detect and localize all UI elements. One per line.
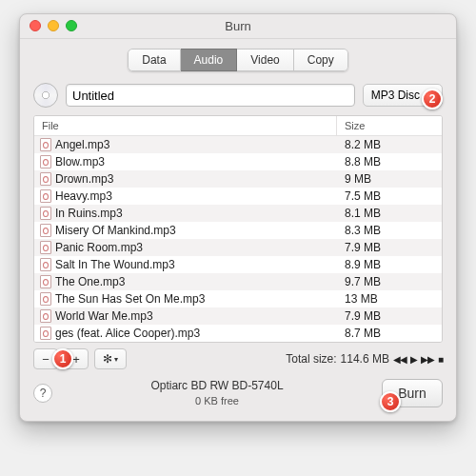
tab-copy[interactable]: Copy (294, 49, 348, 71)
audio-file-icon (40, 275, 51, 288)
audio-file-icon (40, 327, 51, 340)
audio-file-icon (40, 172, 51, 186)
help-button[interactable]: ? (33, 384, 52, 403)
file-size: 8.1 MB (337, 205, 442, 222)
file-name: Misery Of Mankind.mp3 (55, 224, 176, 237)
file-name: ges (feat. Alice Cooper).mp3 (55, 327, 200, 340)
minimize-icon[interactable] (48, 20, 59, 31)
window-controls (30, 20, 77, 31)
zoom-icon[interactable] (66, 20, 77, 31)
file-size: 8.2 MB (337, 136, 442, 153)
mode-tabs: Data Audio Video Copy (20, 39, 456, 79)
audio-file-icon (40, 241, 51, 254)
file-size: 7.9 MB (337, 307, 442, 325)
prev-button[interactable]: ◀◀ (393, 354, 407, 365)
list-header: File Size (34, 116, 442, 136)
tab-audio[interactable]: Audio (181, 49, 238, 71)
stop-button[interactable]: ■ (438, 354, 443, 365)
file-size: 13 MB (337, 290, 442, 307)
table-row[interactable]: Blow.mp38.8 MB (34, 153, 442, 170)
audio-file-icon (40, 224, 51, 237)
table-row[interactable]: Angel.mp38.2 MB (34, 136, 442, 153)
file-size: 7.9 MB (337, 239, 442, 256)
file-list: File Size Angel.mp38.2 MBBlow.mp38.8 MBD… (33, 115, 443, 343)
table-row[interactable]: The One.mp39.7 MB (34, 273, 442, 290)
audio-file-icon (40, 207, 51, 220)
file-name: The Sun Has Set On Me.mp3 (55, 292, 205, 306)
file-size: 7.5 MB (337, 188, 442, 205)
file-size: 8.8 MB (337, 153, 442, 170)
file-name: Salt In The Wound.mp3 (55, 258, 175, 271)
audio-file-icon (40, 189, 51, 203)
table-row[interactable]: The Sun Has Set On Me.mp313 MB (34, 290, 442, 307)
file-name: In Ruins.mp3 (55, 207, 123, 220)
table-row[interactable]: Heavy.mp37.5 MB (34, 188, 442, 205)
file-size: 9.7 MB (337, 273, 442, 290)
callout-3: 3 (380, 391, 401, 412)
titlebar: Burn (20, 14, 456, 39)
file-size: 8.3 MB (337, 222, 442, 239)
table-row[interactable]: Drown.mp39 MB (34, 170, 442, 188)
drive-free: 0 KB free (52, 394, 382, 407)
file-name: Blow.mp3 (55, 155, 105, 169)
file-name: Heavy.mp3 (55, 189, 112, 203)
table-row[interactable]: Misery Of Mankind.mp38.3 MB (34, 222, 442, 239)
file-size: 8.9 MB (337, 256, 442, 273)
table-row[interactable]: In Ruins.mp38.1 MB (34, 205, 442, 222)
play-button[interactable]: ▶ (410, 354, 417, 365)
drive-info: Optiarc BD RW BD-5740L 0 KB free (52, 379, 382, 407)
file-name: World War Me.mp3 (55, 309, 153, 323)
audio-file-icon (40, 155, 51, 169)
file-name: The One.mp3 (55, 275, 125, 288)
total-size: Total size: 114.6 MB ◀◀ ▶ ▶▶ ■ (286, 352, 443, 366)
disc-type-label: MP3 Disc (371, 89, 420, 102)
file-size: 9 MB (337, 170, 442, 188)
window-title: Burn (225, 19, 250, 33)
col-size[interactable]: Size (337, 116, 442, 135)
file-name: Angel.mp3 (55, 138, 109, 151)
chevron-down-icon: ▾ (114, 355, 118, 364)
table-row[interactable]: ges (feat. Alice Cooper).mp38.7 MB (34, 325, 442, 342)
file-size: 8.7 MB (337, 325, 442, 342)
options-button[interactable]: ✻ ▾ (94, 348, 127, 369)
tab-video[interactable]: Video (237, 49, 293, 71)
audio-file-icon (40, 258, 51, 271)
gear-icon: ✻ (103, 352, 112, 366)
file-name: Drown.mp3 (55, 172, 113, 186)
burn-window: Burn Data Audio Video Copy MP3 Disc ▴▾ F… (19, 13, 457, 422)
table-row[interactable]: World War Me.mp37.9 MB (34, 307, 442, 325)
callout-2: 2 (422, 89, 443, 109)
close-icon[interactable] (30, 20, 41, 31)
disc-name-input[interactable] (66, 84, 355, 107)
audio-file-icon (40, 138, 51, 151)
audio-file-icon (40, 292, 51, 306)
tab-data[interactable]: Data (128, 49, 180, 71)
next-button[interactable]: ▶▶ (421, 354, 434, 365)
audio-file-icon (40, 309, 51, 323)
file-name: Panic Room.mp3 (55, 241, 143, 254)
col-file[interactable]: File (34, 116, 337, 135)
table-row[interactable]: Salt In The Wound.mp38.9 MB (34, 256, 442, 273)
drive-name: Optiarc BD RW BD-5740L (52, 379, 382, 394)
disc-icon (33, 83, 58, 108)
callout-1: 1 (52, 348, 73, 369)
table-row[interactable]: Panic Room.mp37.9 MB (34, 239, 442, 256)
